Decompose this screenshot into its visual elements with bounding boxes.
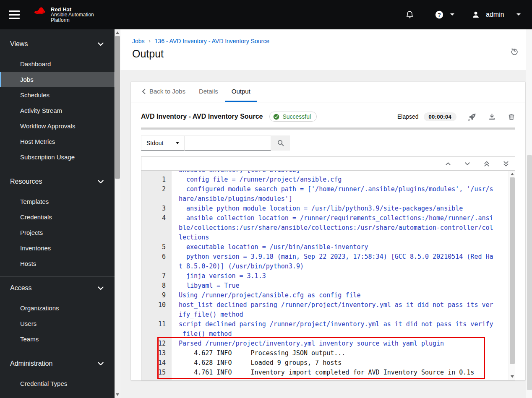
- chevron-up-icon: [445, 161, 451, 166]
- sidebar-item-hosts[interactable]: Hosts: [0, 256, 115, 271]
- breadcrumb-job-link[interactable]: 136 - AVD Inventory - AVD Inventory Sour…: [155, 38, 269, 44]
- log-line-number[interactable]: 8: [141, 281, 172, 291]
- log-panel-header: [141, 157, 515, 171]
- double-chevron-down-icon: [503, 161, 509, 167]
- window-scrollbar[interactable]: [526, 29, 532, 398]
- angle-left-icon: [142, 88, 146, 94]
- log-line: 3 ansible python module location = /usr/…: [141, 204, 509, 213]
- sidebar-item-templates[interactable]: Templates: [0, 194, 115, 209]
- window-scrollbar-thumb[interactable]: [527, 155, 532, 390]
- sidebar-item-credentials[interactable]: Credentials: [0, 209, 115, 225]
- sidebar-item-credential-types[interactable]: Credential Types: [0, 376, 115, 391]
- notifications-button[interactable]: [405, 10, 414, 19]
- sidebar-item-host-metrics[interactable]: Host Metrics: [0, 134, 115, 149]
- sidebar-item-users[interactable]: Users: [0, 316, 115, 331]
- sidebar-group-access[interactable]: Access: [0, 282, 115, 294]
- nav-toggle-button[interactable]: [9, 10, 20, 19]
- log-line-number[interactable]: 5: [141, 242, 172, 252]
- log-line-number[interactable]: 10: [141, 300, 172, 320]
- double-chevron-up-icon: [484, 161, 490, 167]
- scroll-down-arrow-icon[interactable]: [115, 392, 120, 398]
- breadcrumb-jobs-link[interactable]: Jobs: [132, 38, 145, 44]
- search-icon: [277, 139, 284, 147]
- log-line: 7 jinja version = 3.1.3: [141, 271, 509, 281]
- sidebar-divider: [0, 276, 115, 277]
- search-input[interactable]: [185, 135, 271, 151]
- sidebar-scrollbar-thumb[interactable]: [115, 36, 120, 179]
- sidebar-item-jobs[interactable]: Jobs: [0, 72, 115, 87]
- log-scrollbar[interactable]: [509, 171, 515, 380]
- sidebar-item-inventories[interactable]: Inventories: [0, 240, 115, 256]
- svg-text:?: ?: [438, 12, 441, 18]
- output-filter-select[interactable]: Stdout: [141, 135, 185, 151]
- output-filter-value: Stdout: [146, 140, 163, 146]
- log-line-text: 4.628 INFO Loaded 9 groups, 7 hosts: [172, 358, 494, 368]
- log-line-number[interactable]: 2: [141, 185, 172, 204]
- sidebar-divider: [0, 352, 115, 352]
- log-line-number[interactable]: 14: [141, 358, 172, 368]
- help-menu-button[interactable]: ?: [435, 10, 455, 19]
- masthead: Red Hat Ansible Automation Platform ?: [0, 0, 532, 29]
- log-line-number[interactable]: 9: [141, 291, 172, 300]
- tab-back-to-jobs[interactable]: Back to Jobs: [135, 82, 192, 102]
- history-button[interactable]: [511, 47, 519, 55]
- bell-icon: [405, 10, 414, 19]
- job-output-card: Back to Jobs Details Output AVD Inventor…: [131, 82, 525, 380]
- scroll-next-button[interactable]: [464, 161, 470, 166]
- log-line-number[interactable]: 4: [141, 213, 172, 242]
- sidebar-scrollbar[interactable]: [115, 29, 120, 398]
- sidebar-group-label: Access: [10, 284, 32, 292]
- sidebar-item-dashboard[interactable]: Dashboard: [0, 56, 115, 72]
- download-icon: [488, 113, 496, 121]
- chevron-down-icon: [98, 286, 104, 290]
- delete-button[interactable]: [508, 113, 515, 121]
- log-line-number[interactable]: 1: [141, 175, 172, 185]
- log-line-number[interactable]: 6: [141, 252, 172, 271]
- redhat-fedora-icon: [33, 7, 47, 17]
- relaunch-button[interactable]: [468, 113, 476, 121]
- job-name: AVD Inventory - AVD Inventory Source: [141, 113, 263, 120]
- log-line: ansible-inventory [core 2.15.12]: [141, 171, 509, 175]
- scroll-up-arrow-icon[interactable]: [115, 30, 120, 36]
- search-button[interactable]: [271, 135, 290, 151]
- sidebar-item-subscription-usage[interactable]: Subscription Usage: [0, 149, 115, 165]
- chevron-down-icon: [450, 13, 455, 16]
- sidebar-item-workflow-approvals[interactable]: Workflow Approvals: [0, 118, 115, 134]
- log-line-number[interactable]: 13: [141, 349, 172, 358]
- log-line: 12Parsed /runner/project/inventory.yml i…: [141, 339, 509, 349]
- download-button[interactable]: [488, 113, 496, 121]
- sidebar-group-administration[interactable]: Administration: [0, 357, 115, 370]
- scroll-down-arrow-icon[interactable]: [509, 374, 515, 380]
- job-actions: Elapsed 00:00:04: [397, 112, 515, 121]
- log-line-text: 4.627 INFO Processing JSON output...: [172, 349, 494, 358]
- scroll-previous-button[interactable]: [445, 161, 451, 166]
- sidebar-group-views[interactable]: Views: [0, 38, 115, 50]
- sidebar-item-projects[interactable]: Projects: [0, 225, 115, 240]
- log-line-text: Parsed /runner/project/inventory.yml inv…: [172, 339, 494, 349]
- tab-output[interactable]: Output: [225, 82, 257, 102]
- log-line-number[interactable]: 15: [141, 368, 172, 377]
- log-line: 14 4.628 INFO Loaded 9 groups, 7 hosts: [141, 358, 509, 368]
- log-line-number[interactable]: 7: [141, 271, 172, 281]
- sidebar-item-activity-stream[interactable]: Activity Stream: [0, 103, 115, 118]
- log-line-number[interactable]: 11: [141, 320, 172, 339]
- sidebar-item-schedules[interactable]: Schedules: [0, 87, 115, 103]
- scroll-first-button[interactable]: [484, 161, 490, 167]
- tab-details[interactable]: Details: [192, 82, 225, 102]
- log-line-text: host_list declined parsing /runner/proje…: [172, 300, 494, 320]
- status-badge[interactable]: Successful: [269, 112, 317, 122]
- log-scrollbar-thumb[interactable]: [510, 177, 515, 364]
- scroll-last-button[interactable]: [503, 161, 509, 167]
- job-header: AVD Inventory - AVD Inventory Source Suc…: [131, 102, 525, 122]
- log-line: 15 4.761 INFO Inventory import completed…: [141, 368, 509, 377]
- sidebar-item-organizations[interactable]: Organizations: [0, 300, 115, 316]
- log-line-number[interactable]: 12: [141, 339, 172, 349]
- log-line-number[interactable]: [141, 171, 172, 175]
- user-menu-button[interactable]: admin: [472, 10, 521, 19]
- log-line-number[interactable]: 3: [141, 204, 172, 213]
- scroll-up-arrow-icon[interactable]: [509, 171, 515, 177]
- log-line: 2 configured module search path = ['/hom…: [141, 185, 509, 204]
- log-line-text: 4.761 INFO Inventory import completed fo…: [172, 368, 494, 377]
- sidebar-item-teams[interactable]: Teams: [0, 331, 115, 347]
- sidebar-group-resources[interactable]: Resources: [0, 175, 115, 188]
